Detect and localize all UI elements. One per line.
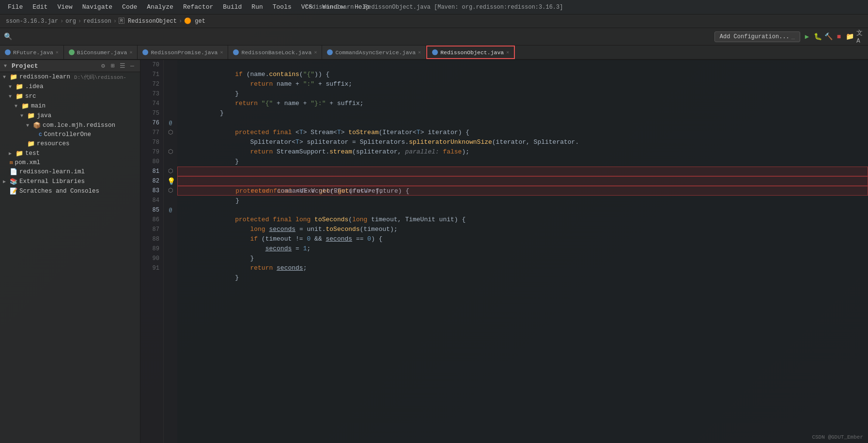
tab-label-biconsumer: BiConsumer.java bbox=[77, 49, 127, 56]
menu-view[interactable]: View bbox=[53, 2, 76, 12]
menu-edit[interactable]: Edit bbox=[29, 2, 51, 12]
editor-area[interactable]: 70 71 72 73 74 75 76 77 78 79 80 81 82 8… bbox=[140, 60, 868, 443]
menu-file[interactable]: File bbox=[4, 2, 27, 12]
tree-item-redisson-learn[interactable]: ▼ 📁 redisson-learn D:\代码\redisson- bbox=[0, 72, 140, 82]
libraries-icon: 📚 bbox=[10, 178, 17, 185]
tab-redissonbaselock[interactable]: RedissonBaseLock.java ✕ bbox=[228, 46, 322, 59]
tree-item-idea[interactable]: ▼ 📁 .idea bbox=[0, 82, 140, 92]
tree-item-pom[interactable]: m pom.xml bbox=[0, 158, 140, 167]
tab-close-biconsumer[interactable]: ✕ bbox=[129, 49, 132, 55]
menu-build[interactable]: Build bbox=[219, 2, 246, 12]
annotation-76: @ bbox=[166, 118, 175, 128]
sidebar-header: ▼ Project ⚙ ⊞ ☰ — bbox=[0, 60, 140, 72]
gutter: @ ⬡ ⬡ ⬡ ⬡ @ bbox=[164, 60, 177, 443]
tab-bar: RFuture.java ✕ BiConsumer.java ✕ Redisso… bbox=[0, 46, 868, 60]
run-button[interactable]: ▶ bbox=[803, 33, 811, 41]
menu-tools[interactable]: Tools bbox=[269, 2, 295, 12]
code-line-87: if (timeout != 0 && seconds == 0) { bbox=[182, 225, 863, 234]
tree-item-controllerone[interactable]: C ControllerOne bbox=[0, 130, 140, 139]
window-title: redisson-learn – RedissonObject.java [Ma… bbox=[301, 0, 567, 15]
tab-close-redissonpromise[interactable]: ✕ bbox=[220, 49, 223, 55]
menu-code[interactable]: Code bbox=[118, 2, 141, 12]
translate-icon[interactable]: 文A bbox=[856, 33, 864, 41]
tab-redissonpromise[interactable]: RedissonPromise.java ✕ bbox=[138, 46, 228, 59]
tree-item-iml[interactable]: 📄 redisson-learn.iml bbox=[0, 167, 140, 177]
tree-item-package[interactable]: ▼ 📦 com.lce.mjh.redisson bbox=[0, 121, 140, 130]
code-line-77: Spliterator<T> spliterator = Spliterator… bbox=[182, 128, 863, 137]
code-container[interactable]: 70 71 72 73 74 75 76 77 78 79 80 81 82 8… bbox=[140, 60, 868, 443]
folder-icon-test: 📁 bbox=[16, 150, 23, 157]
tab-label-redissonobject: RedissonObject.java bbox=[440, 49, 504, 56]
menu-run[interactable]: Run bbox=[248, 2, 266, 12]
code-line-83: } bbox=[177, 186, 868, 196]
watermark: CSDN @GDUT_Ember bbox=[812, 434, 863, 440]
tab-redissonobject[interactable]: RedissonObject.java ✕ bbox=[426, 46, 515, 59]
tree-item-java[interactable]: ▼ 📁 java bbox=[0, 111, 140, 121]
code-line-74: } bbox=[182, 99, 863, 108]
tab-close-redissonobject[interactable]: ✕ bbox=[506, 49, 509, 55]
search-everywhere-icon[interactable]: 🔍 bbox=[4, 33, 12, 41]
code-line-75 bbox=[182, 108, 863, 118]
lightbulb-icon[interactable]: 💡 bbox=[167, 177, 175, 186]
breadcrumb-jar[interactable]: sson-3.16.3.jar bbox=[6, 18, 58, 25]
sidebar-tool-minimize[interactable]: — bbox=[128, 62, 136, 70]
menu-refactor[interactable]: Refactor bbox=[179, 2, 217, 12]
package-icon: 📦 bbox=[33, 122, 41, 129]
tab-rfuture[interactable]: RFuture.java ✕ bbox=[0, 46, 64, 59]
annotation-85: @ bbox=[166, 205, 175, 215]
sidebar-title: Project bbox=[12, 62, 38, 70]
tab-label-rfuture: RFuture.java bbox=[13, 49, 53, 56]
code-line-88: seconds = 1; bbox=[182, 234, 863, 244]
sidebar-tool-gear[interactable]: ⚙ bbox=[99, 62, 107, 70]
tab-icon-redissonpromise bbox=[142, 49, 148, 55]
folder-icon-redisson-learn: 📁 bbox=[10, 73, 17, 81]
folder-icon[interactable]: 📁 bbox=[846, 33, 853, 41]
tab-close-commandasyncservice[interactable]: ✕ bbox=[418, 49, 421, 55]
tree-item-src[interactable]: ▼ 📁 src bbox=[0, 92, 140, 101]
build-icon[interactable]: 🔨 bbox=[824, 33, 832, 41]
tab-close-redissonbaselock[interactable]: ✕ bbox=[314, 49, 317, 55]
add-configuration-button[interactable]: Add Configuration... _ bbox=[714, 31, 800, 42]
tab-close-rfuture[interactable]: ✕ bbox=[56, 49, 59, 55]
folder-icon-main: 📁 bbox=[21, 102, 29, 110]
sidebar-toggle[interactable]: ▼ bbox=[4, 63, 9, 69]
folder-icon-resources: 📁 bbox=[27, 140, 35, 148]
code-line-85: protected final long toSeconds(long time… bbox=[182, 205, 863, 215]
folder-icon-java: 📁 bbox=[27, 112, 35, 120]
sidebar-tool-settings[interactable]: ☰ bbox=[119, 62, 126, 70]
add-config-label: Add Configuration... bbox=[720, 33, 790, 40]
tab-biconsumer[interactable]: BiConsumer.java ✕ bbox=[64, 46, 138, 59]
menu-navigate[interactable]: Navigate bbox=[78, 2, 116, 12]
file-icon-iml: 📄 bbox=[10, 168, 17, 176]
code-line-84 bbox=[182, 196, 863, 205]
menu-analyze[interactable]: Analyze bbox=[143, 2, 177, 12]
folder-icon-src: 📁 bbox=[16, 92, 23, 100]
breadcrumb-org[interactable]: org bbox=[65, 18, 76, 25]
stop-button[interactable]: ■ bbox=[835, 33, 843, 41]
tab-icon-redissonobject bbox=[432, 49, 438, 55]
add-config-underscore: _ bbox=[791, 33, 795, 40]
main-layout: ▼ Project ⚙ ⊞ ☰ — ▼ 📁 redisson-learn D:\… bbox=[0, 60, 868, 443]
tab-commandasyncservice[interactable]: CommandAsyncService.java ✕ bbox=[322, 46, 426, 59]
breadcrumb-redisson[interactable]: redisson bbox=[83, 18, 111, 25]
folder-icon-idea: 📁 bbox=[16, 83, 23, 91]
tree-item-resources[interactable]: 📁 resources bbox=[0, 139, 140, 149]
code-line-73: return "{" + name + "}:" + suffix; bbox=[182, 89, 863, 99]
code-line-72: } bbox=[182, 79, 863, 89]
breadcrumb: sson-3.16.3.jar › org › redisson › 🇷 Red… bbox=[0, 15, 868, 28]
sidebar-tool-layout[interactable]: ⊞ bbox=[109, 62, 117, 70]
debug-button[interactable]: 🐛 bbox=[814, 33, 822, 41]
code-line-81: 💡 protected final <V> V get(RFuture<V> f… bbox=[177, 167, 868, 176]
toolbar: 🔍 Add Configuration... _ ▶ 🐛 🔨 ■ 📁 文A bbox=[0, 28, 868, 46]
code-line-80 bbox=[182, 157, 863, 167]
line-numbers: 70 71 72 73 74 75 76 77 78 79 80 81 82 8… bbox=[140, 60, 164, 443]
code-lines[interactable]: if (name.contains("{")) { return name + … bbox=[177, 60, 868, 443]
breadcrumb-redissonobject[interactable]: 🇷 RedissonObject bbox=[119, 17, 177, 25]
code-line-70: if (name.contains("{")) { bbox=[182, 60, 863, 70]
tree-item-scratches[interactable]: 📝 Scratches and Consoles bbox=[0, 186, 140, 196]
breadcrumb-get[interactable]: 🟠 get bbox=[184, 17, 205, 25]
tree-item-main[interactable]: ▼ 📁 main bbox=[0, 101, 140, 111]
tree-item-test[interactable]: ▶ 📁 test bbox=[0, 149, 140, 158]
code-line-90: return seconds; bbox=[182, 254, 863, 263]
tree-item-external-libraries[interactable]: ▶ 📚 External Libraries bbox=[0, 177, 140, 186]
